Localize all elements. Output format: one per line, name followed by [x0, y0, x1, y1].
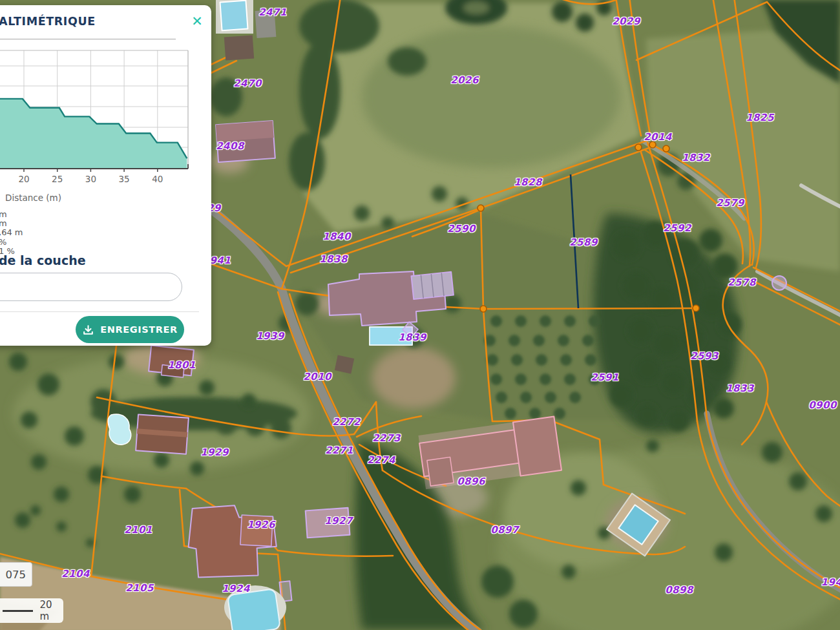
svg-text:25: 25	[52, 174, 63, 184]
panel-title: ALTIMÉTRIQUE	[0, 15, 96, 28]
save-button-label: ENREGISTRER	[100, 324, 178, 335]
close-icon[interactable]: ✕	[189, 13, 205, 30]
svg-text:30: 30	[85, 174, 96, 184]
svg-text:20: 20	[18, 174, 29, 184]
corner-label-text: 075	[6, 569, 26, 581]
scale-bar: 20 m	[0, 598, 63, 623]
layer-name-heading: de la couche	[0, 253, 86, 268]
scale-bar-label: 20 m	[39, 599, 63, 622]
building-1927	[306, 508, 350, 538]
pool-2471	[220, 1, 248, 31]
svg-text:35: 35	[119, 174, 130, 184]
building-2408	[216, 121, 275, 162]
stat-line: m	[0, 209, 7, 219]
building-greenhouse	[411, 272, 453, 299]
building-1929	[136, 414, 189, 454]
layer-name-input[interactable]	[0, 273, 182, 301]
elevation-chart: 2025303540	[0, 49, 190, 188]
chart-x-axis-label: Distance (m)	[5, 193, 61, 203]
stat-line: m	[0, 218, 7, 228]
svg-text:40: 40	[152, 174, 163, 184]
title-divider	[0, 39, 176, 39]
structure-2578	[772, 276, 786, 290]
download-icon	[82, 324, 94, 336]
map-corner-label: 075	[0, 562, 32, 587]
pool-1924	[227, 589, 280, 630]
stat-line: %	[0, 237, 6, 247]
panel-divider	[0, 311, 199, 312]
stat-line: ,64 m	[0, 227, 23, 237]
elevation-profile-panel: ALTIMÉTRIQUE ✕ 2025303540 Distance (m) m…	[0, 5, 211, 346]
scale-bar-line	[3, 610, 33, 612]
save-button[interactable]: ENREGISTRER	[76, 316, 184, 343]
